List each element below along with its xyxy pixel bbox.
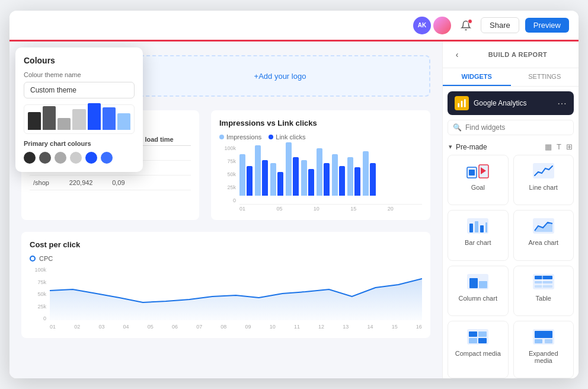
compact-media-label: Compact media (455, 350, 501, 357)
colours-popup: Colours Colour theme name Primary chart … (15, 47, 143, 172)
svg-rect-25 (478, 331, 487, 337)
avatar-group: AK (413, 17, 451, 34)
grid-view-icon[interactable]: ⊞ (566, 142, 573, 151)
tab-widgets[interactable]: WIDGETS (443, 68, 511, 86)
ga-more-button[interactable]: ⋯ (557, 98, 567, 109)
widget-card-compact-media[interactable]: Compact media (448, 321, 509, 378)
chart-legend: Impressions Link clicks (219, 133, 422, 141)
svg-rect-19 (535, 281, 552, 283)
svg-rect-2 (464, 99, 466, 107)
swatch-2[interactable] (39, 152, 51, 164)
bar-chart (239, 145, 422, 205)
premade-icons: ▦ T ⊞ (545, 142, 573, 151)
cost-per-click-widget: Cost per click CPC 100k75k50k25k0 (21, 232, 430, 338)
svg-rect-11 (480, 225, 484, 232)
table-icon (532, 272, 555, 291)
logo-placeholder[interactable]: +Add your logo (130, 55, 430, 97)
column-chart-label: Column chart (459, 295, 497, 302)
right-panel: ‹ BUILD A REPORT WIDGETS SETTINGS Google… (442, 42, 579, 378)
svg-rect-9 (469, 224, 473, 232)
area-chart-label: Area chart (528, 239, 558, 246)
column-chart-icon (466, 272, 490, 291)
top-bar: AK Share Preview (9, 11, 579, 42)
theme-name-input[interactable] (24, 82, 135, 98)
premade-label: Pre-made (456, 143, 541, 151)
cost-title: Cost per click (30, 240, 422, 249)
impressions-widget: Impressions vs Link clicks Impressions L… (211, 110, 430, 220)
chevron-down-icon: ▾ (449, 143, 452, 151)
colour-swatches (24, 152, 135, 164)
table-row: /shop 220,942 0,09 (30, 176, 191, 190)
widget-card-bar-chart[interactable]: Bar chart (448, 210, 509, 260)
svg-rect-23 (469, 331, 477, 337)
svg-rect-16 (479, 281, 487, 288)
goal-label: Goal (471, 184, 485, 191)
cpc-dot (30, 256, 36, 262)
impressions-dot (219, 135, 224, 139)
table-label: Table (536, 295, 551, 302)
avatar-ak: AK (413, 17, 431, 34)
search-input[interactable] (465, 123, 568, 132)
swatch-3[interactable] (55, 152, 66, 164)
panel-tabs: WIDGETS SETTINGS (443, 68, 579, 87)
theme-name-label: Colour theme name (24, 71, 135, 78)
cpc-label: CPC (39, 255, 53, 262)
ga-label: Google Analytics (474, 99, 552, 107)
premade-header: ▾ Pre-made ▦ T ⊞ (443, 140, 579, 155)
line-chart-svg (50, 267, 422, 320)
svg-rect-18 (535, 276, 552, 279)
svg-rect-4 (469, 170, 475, 176)
svg-rect-30 (545, 339, 552, 343)
widget-card-area-chart[interactable]: Area chart (513, 210, 574, 260)
popup-title: Colours (24, 56, 135, 65)
preview-button[interactable]: Preview (525, 18, 569, 33)
widget-card-goal[interactable]: Goal (448, 155, 509, 205)
area-chart-icon (532, 216, 555, 235)
bar-chart-icon (466, 216, 490, 235)
mini-bar-chart (24, 104, 135, 134)
expanded-media-label: Expanded media (520, 350, 568, 364)
widgets-grid: Goal Line chart (443, 155, 579, 378)
main-area: ➤ Clicks 10,934 +3.45% +Add your logo To… (9, 42, 579, 378)
x-axis: 0105101520 (239, 206, 422, 212)
swatch-6[interactable] (101, 152, 113, 164)
cpc-legend: CPC (30, 255, 422, 262)
share-button[interactable]: Share (481, 17, 519, 33)
svg-rect-24 (469, 338, 477, 343)
widget-card-table[interactable]: Table (513, 266, 574, 316)
bar-view-icon[interactable]: ▦ (545, 142, 552, 151)
link-clicks-dot (269, 135, 273, 139)
swatch-1[interactable] (24, 152, 36, 164)
expanded-media-icon (532, 327, 555, 346)
panel-header: ‹ BUILD A REPORT (443, 42, 579, 68)
line-chart-label: Line chart (529, 184, 558, 191)
ga-icon (455, 96, 469, 110)
line-chart-icon (532, 161, 555, 180)
ga-row: Google Analytics ⋯ (448, 91, 574, 115)
search-box: 🔍 (448, 120, 574, 135)
widget-card-column-chart[interactable]: Column chart (448, 266, 509, 316)
back-button[interactable]: ‹ (450, 47, 464, 62)
svg-rect-12 (485, 222, 487, 232)
svg-rect-28 (535, 331, 552, 338)
svg-rect-1 (461, 101, 463, 107)
compact-media-icon (466, 327, 490, 346)
svg-rect-20 (535, 285, 552, 288)
swatch-4[interactable] (70, 152, 82, 164)
swatch-5[interactable] (85, 152, 97, 164)
svg-rect-26 (478, 338, 487, 343)
tab-settings[interactable]: SETTINGS (511, 68, 579, 86)
widget-card-line-chart[interactable]: Line chart (513, 155, 574, 205)
text-view-icon[interactable]: T (557, 142, 561, 151)
widget-card-expanded-media[interactable]: Expanded media (513, 321, 574, 378)
primary-colours-label: Primary chart colours (24, 140, 135, 147)
content-area: ➤ Clicks 10,934 +3.45% +Add your logo To… (9, 42, 442, 378)
svg-rect-10 (475, 221, 478, 232)
svg-rect-15 (469, 278, 478, 288)
svg-rect-29 (535, 339, 542, 343)
search-icon: 🔍 (453, 123, 462, 132)
panel-title: BUILD A REPORT (464, 51, 571, 58)
svg-rect-0 (458, 103, 459, 107)
bar-chart-label: Bar chart (465, 239, 491, 246)
notifications-button[interactable] (457, 17, 475, 34)
